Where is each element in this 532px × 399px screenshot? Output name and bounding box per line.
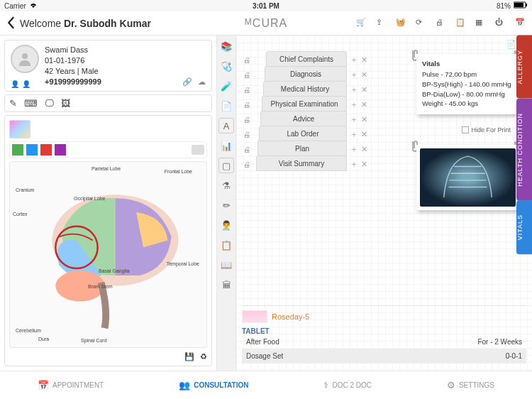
section-tab[interactable]: Medical History: [263, 81, 347, 97]
battery-icon: [514, 1, 528, 10]
close-icon[interactable]: ✕: [361, 100, 367, 109]
tool-book-icon[interactable]: 📖: [218, 257, 234, 273]
hide-for-print[interactable]: Hide For Print: [462, 126, 511, 133]
wifi-icon: [29, 1, 38, 10]
section-tab[interactable]: Lab Order: [259, 126, 347, 141]
keyboard-icon[interactable]: ⌨: [24, 98, 38, 109]
avatar[interactable]: [11, 45, 39, 73]
tool-person-icon[interactable]: 👨‍⚕️: [218, 217, 234, 233]
section-tab[interactable]: Chief Complaints: [266, 51, 347, 67]
close-icon[interactable]: ✕: [361, 160, 367, 169]
add-icon[interactable]: ＋: [350, 84, 358, 96]
tool-books-icon[interactable]: 📚: [218, 38, 234, 54]
swatch-blue[interactable]: [26, 144, 38, 155]
tab-health-condition[interactable]: HEALTH CONDITION: [516, 99, 532, 201]
xray-attachment[interactable]: [416, 145, 519, 210]
app-logo: MCURA: [245, 17, 287, 30]
vitals-note[interactable]: Vitals Pulse - 72.00 bpm BP-Sys(High) - …: [416, 54, 519, 114]
save-icon[interactable]: 💾: [184, 352, 194, 361]
power-icon[interactable]: ⏻: [495, 18, 506, 29]
print-icon[interactable]: 🖨: [243, 160, 253, 168]
tool-chart-icon[interactable]: 📊: [218, 138, 234, 153]
print-icon[interactable]: 🖨: [243, 86, 253, 94]
cart-icon[interactable]: 🛒: [356, 18, 367, 29]
print-icon[interactable]: 🖨: [243, 101, 253, 109]
calendar-icon[interactable]: 📅: [515, 18, 526, 29]
side-tabs: ALLERGY HEALTH CONDITION VITALS: [516, 35, 532, 255]
close-icon[interactable]: ✕: [361, 70, 367, 80]
close-icon[interactable]: ✕: [361, 85, 367, 94]
battery-percent: 81%: [497, 2, 511, 10]
add-icon[interactable]: ＋: [350, 99, 358, 111]
person-icon[interactable]: 👤: [11, 80, 19, 88]
grid-icon[interactable]: ▦: [475, 18, 487, 29]
edit-icon[interactable]: ✎: [9, 98, 17, 109]
print-icon[interactable]: 🖨: [243, 131, 253, 138]
section-tab[interactable]: Physical Examination: [262, 96, 347, 111]
gear-icon: ⚙: [447, 380, 455, 390]
back-button[interactable]: [6, 16, 16, 31]
print-icon[interactable]: 🖨: [243, 116, 253, 124]
print-icon[interactable]: 🖨: [243, 146, 253, 153]
swatch-green[interactable]: [12, 144, 23, 155]
discard-icon[interactable]: ♻: [200, 352, 207, 361]
drawing-canvas[interactable]: Parietal Lobe Frontal Lobe Cranium Corte…: [9, 161, 207, 348]
section-tab[interactable]: Plan: [257, 141, 347, 156]
nav-consultation[interactable]: 👥 CONSULTATION: [179, 380, 248, 390]
monitor-icon[interactable]: 🖵: [45, 98, 54, 109]
drug-name[interactable]: Roseday-5: [272, 312, 309, 321]
section-tab[interactable]: Diagnosis: [265, 66, 347, 82]
print-icon[interactable]: 🖨: [243, 71, 253, 79]
upload-icon[interactable]: ⇪: [376, 18, 387, 29]
label-cranium: Cranium: [16, 187, 34, 192]
image-icon[interactable]: 🖼: [61, 98, 70, 109]
print-icon[interactable]: 🖨: [436, 18, 447, 29]
eraser-tool[interactable]: [192, 145, 204, 155]
add-icon[interactable]: ＋: [350, 129, 358, 141]
tool-blank-icon[interactable]: ▢: [218, 158, 234, 173]
tool-flask-icon[interactable]: ⚗: [218, 177, 234, 193]
link-icon[interactable]: 🔗: [182, 77, 192, 87]
section-tab[interactable]: Visit Summary: [256, 155, 347, 171]
section-tab[interactable]: Advice: [260, 111, 347, 126]
close-icon[interactable]: ✕: [361, 145, 367, 154]
swatch-purple[interactable]: [55, 144, 66, 155]
close-icon[interactable]: ✕: [361, 115, 367, 124]
tool-note-icon[interactable]: 📄: [218, 98, 234, 114]
add-icon[interactable]: ＋: [350, 114, 358, 126]
label-basal: Basal Ganglia: [99, 268, 130, 273]
add-icon[interactable]: ＋: [350, 69, 358, 81]
nav-doc2doc[interactable]: ⚕ DOC 2 DOC: [323, 380, 372, 390]
basket-icon[interactable]: 🧺: [396, 18, 407, 29]
tool-lab-icon[interactable]: 🧪: [218, 78, 234, 94]
thumbnail[interactable]: [9, 120, 31, 138]
network-icon: ⚕: [323, 380, 328, 390]
drug-thumbnail: [242, 310, 267, 323]
close-icon[interactable]: ✕: [361, 130, 367, 139]
add-icon[interactable]: ＋: [350, 158, 358, 170]
rx-dosage-label: Dosage Set: [246, 352, 283, 360]
close-icon[interactable]: ✕: [361, 55, 367, 65]
tool-pencil-icon[interactable]: ✏: [218, 197, 234, 213]
person-dark-icon[interactable]: 👤: [22, 80, 31, 88]
tool-text-icon[interactable]: A: [218, 118, 234, 133]
tab-allergy[interactable]: ALLERGY: [516, 35, 532, 99]
nav-settings[interactable]: ⚙ SETTINGS: [447, 380, 494, 390]
print-icon[interactable]: 🖨: [243, 56, 253, 64]
tool-clipboard-icon[interactable]: 📋: [218, 237, 234, 253]
clipboard-icon[interactable]: 📋: [455, 18, 467, 29]
tab-vitals[interactable]: VITALS: [516, 200, 532, 254]
add-icon[interactable]: ＋: [350, 143, 358, 155]
rx-timing: After Food: [246, 338, 279, 346]
sync-icon[interactable]: ⟳: [416, 18, 427, 29]
share-icon[interactable]: ☁: [198, 77, 206, 87]
tool-stetho-icon[interactable]: 🩺: [218, 58, 234, 74]
editor-toolbar: ✎ ⌨ 🖵 🖼: [4, 94, 212, 112]
label-occipital: Occipital Lobe: [74, 196, 105, 201]
add-icon[interactable]: ＋: [350, 54, 358, 66]
nav-appointment[interactable]: 📅 APPOINTMENT: [38, 380, 104, 390]
checkbox[interactable]: [462, 126, 469, 133]
section-row: 🖨Visit Summary＋✕: [243, 157, 367, 171]
tool-library-icon[interactable]: 🏛: [218, 277, 234, 293]
swatch-red[interactable]: [40, 144, 52, 155]
